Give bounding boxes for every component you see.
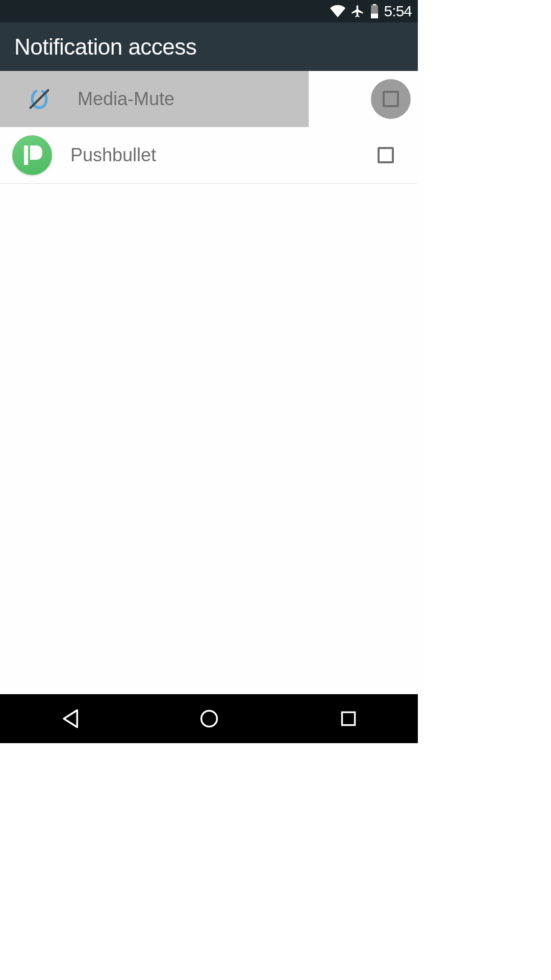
app-list: Media-Mute Pushbullet	[0, 71, 418, 694]
home-button[interactable]	[179, 703, 240, 734]
status-bar[interactable]: 5:54	[0, 0, 418, 22]
battery-icon	[370, 4, 379, 18]
status-time: 5:54	[384, 3, 412, 20]
svg-point-5	[201, 711, 217, 727]
svg-rect-6	[342, 712, 355, 725]
app-bar: Notification access	[0, 22, 418, 71]
list-item-pushbullet[interactable]: Pushbullet	[0, 127, 418, 183]
checkbox-pushbullet[interactable]	[366, 135, 406, 175]
pushbullet-icon	[12, 135, 52, 175]
mute-icon	[19, 79, 59, 119]
checkbox-box	[378, 147, 394, 163]
svg-rect-2	[371, 14, 378, 18]
page-title: Notification access	[14, 34, 196, 60]
app-label: Pushbullet	[70, 144, 366, 166]
recents-button[interactable]	[318, 703, 379, 734]
divider	[0, 183, 418, 184]
wifi-icon	[330, 5, 345, 17]
checkbox-box	[383, 91, 399, 107]
checkbox-media-mute[interactable]	[371, 79, 411, 119]
svg-rect-4	[24, 145, 28, 165]
navigation-bar	[0, 694, 418, 743]
app-label: Media-Mute	[78, 88, 371, 110]
list-item-media-mute[interactable]: Media-Mute	[0, 71, 418, 127]
airplane-icon	[350, 4, 365, 18]
back-button[interactable]	[39, 703, 101, 734]
